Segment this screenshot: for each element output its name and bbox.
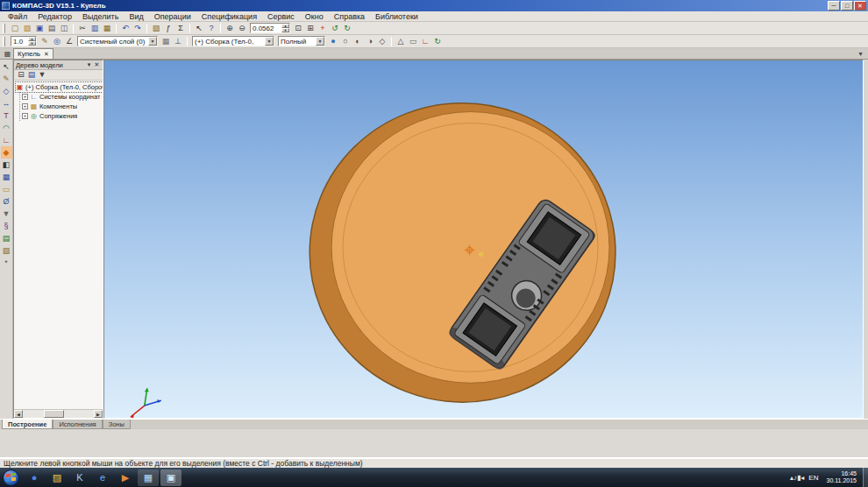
panel-close-icon[interactable]: ✕: [93, 61, 101, 68]
show-desktop-button[interactable]: [863, 468, 868, 487]
zoom-scale-spinner[interactable]: ▲▼: [281, 24, 289, 32]
strip-sheet-metal-icon[interactable]: ▭: [1, 183, 12, 195]
zoom-out-icon[interactable]: ⊖: [236, 23, 248, 34]
select-cursor-icon[interactable]: ↖: [193, 23, 205, 34]
language-indicator[interactable]: EN: [807, 474, 820, 482]
close-button[interactable]: ✕: [854, 1, 866, 11]
equation-icon[interactable]: Σ: [174, 23, 187, 34]
viewport-canvas[interactable]: X: [104, 60, 863, 418]
tree-item-components[interactable]: + ▦ Компоненты: [22, 102, 103, 111]
redo-icon[interactable]: ↷: [132, 23, 144, 34]
maximize-button[interactable]: □: [841, 1, 853, 11]
snap-icon[interactable]: ◎: [51, 36, 63, 47]
tree-item-coordinate-systems[interactable]: + ∟ Системы координат: [22, 92, 103, 102]
save-icon[interactable]: ▣: [33, 23, 46, 34]
menu-editor[interactable]: Редактор: [32, 11, 77, 22]
tree-horizontal-scrollbar[interactable]: ◀ ▶: [14, 409, 103, 418]
copy-icon[interactable]: ▥: [89, 23, 101, 34]
refresh-view-icon[interactable]: ↻: [341, 23, 353, 34]
strip-surfaces-icon[interactable]: ◠: [1, 122, 12, 134]
assembly-combo[interactable]: (+) Сборка (Тел-0, ▼: [192, 36, 274, 46]
panel-toggle-icon[interactable]: ▦: [2, 48, 13, 59]
zoom-in-icon[interactable]: ⊕: [224, 23, 236, 34]
zoom-all-icon[interactable]: ⊞: [304, 23, 317, 34]
taskbar-folder-icon[interactable]: ▨: [46, 469, 68, 486]
taskbar-media-icon[interactable]: ▶: [115, 469, 136, 486]
rebuild-icon[interactable]: ↻: [431, 36, 444, 47]
menu-operations[interactable]: Операции: [149, 11, 196, 22]
perspective-icon[interactable]: ◇: [376, 36, 388, 47]
taskbar-ie-icon[interactable]: e: [92, 469, 113, 486]
strip-select-icon[interactable]: ↖: [1, 60, 12, 73]
strip-boolean-icon[interactable]: ◧: [1, 159, 12, 171]
taskbar-browser-icon[interactable]: ●: [24, 469, 45, 486]
hidden-lines-icon[interactable]: ◐: [352, 36, 364, 47]
strip-library-icon[interactable]: ▧: [1, 244, 12, 257]
cut-icon[interactable]: ✂: [76, 23, 89, 34]
scale-combo[interactable]: 1.0 ▲▼: [11, 36, 37, 46]
strip-report-icon[interactable]: ▤: [1, 232, 12, 244]
tree-item-assembly-root[interactable]: ▣ (+) Сборка (Тел-0, Сборочн: [16, 82, 103, 92]
tab-list-icon[interactable]: ▾: [855, 48, 866, 59]
plane-icon[interactable]: ▭: [407, 36, 419, 47]
menu-select[interactable]: Выделить: [77, 11, 125, 22]
toolbar-grip[interactable]: [3, 24, 5, 33]
tab-zones[interactable]: Зоны: [103, 420, 131, 429]
document-tab-kupel[interactable]: Купель ✕: [13, 48, 53, 59]
strip-annotation-icon[interactable]: Т: [1, 109, 12, 122]
display-mode-combo[interactable]: Полный ▼: [278, 36, 325, 46]
strip-spec-icon[interactable]: §: [1, 220, 12, 232]
new-document-icon[interactable]: ▢: [9, 23, 21, 34]
tree-collapse-icon[interactable]: ⊟: [16, 70, 26, 80]
tab-versions[interactable]: Исполнения: [53, 420, 102, 429]
pan-icon[interactable]: +: [317, 23, 329, 34]
taskbar-doc-window-icon[interactable]: ▦: [138, 469, 159, 486]
paste-icon[interactable]: ▦: [101, 23, 113, 34]
menu-help[interactable]: Справка: [329, 11, 370, 22]
shaded-icon[interactable]: ●: [327, 36, 339, 47]
toolbar-grip[interactable]: [3, 37, 5, 46]
start-button[interactable]: [3, 469, 19, 486]
ortho-icon[interactable]: ⊥: [172, 36, 184, 47]
strip-axes-icon[interactable]: ∟: [1, 134, 12, 146]
menu-file[interactable]: Файл: [3, 11, 32, 22]
axes-toggle-icon[interactable]: ∟: [419, 36, 431, 47]
pin-icon[interactable]: ▾: [85, 61, 93, 68]
strip-array-icon[interactable]: ▦: [1, 171, 12, 183]
wireframe-icon[interactable]: ○: [339, 36, 352, 47]
tab-close-icon[interactable]: ✕: [44, 51, 49, 58]
scroll-left-icon[interactable]: ◀: [14, 410, 23, 418]
expander-icon[interactable]: +: [22, 94, 28, 100]
angle-snap-icon[interactable]: ∠: [63, 36, 75, 47]
scale-spinner[interactable]: ▲▼: [28, 37, 36, 46]
undo-icon[interactable]: ↶: [119, 23, 132, 34]
tree-options-icon[interactable]: ▼: [37, 70, 47, 80]
sketch-icon[interactable]: ✎: [39, 36, 51, 47]
print-preview-icon[interactable]: ◫: [58, 23, 70, 34]
strip-measure-icon[interactable]: Ø: [1, 195, 12, 208]
tree-structure-icon[interactable]: ▤: [26, 70, 37, 80]
zoom-area-icon[interactable]: ⊡: [292, 23, 304, 34]
tray-volume-icon[interactable]: ◂: [800, 474, 804, 482]
menu-libraries[interactable]: Библиотеки: [370, 11, 423, 22]
display-mode-arrow[interactable]: ▼: [316, 37, 324, 46]
spec-manager-icon[interactable]: ▧: [150, 23, 162, 34]
menu-view[interactable]: Вид: [124, 11, 148, 22]
expander-icon[interactable]: +: [22, 103, 28, 109]
strip-features-icon[interactable]: ◆: [1, 146, 12, 159]
taskbar-clock[interactable]: 16:45 30.11.2015: [822, 470, 860, 484]
3d-viewport[interactable]: X: [103, 60, 864, 419]
print-icon[interactable]: ▤: [46, 23, 58, 34]
open-icon[interactable]: ▨: [21, 23, 33, 34]
strip-sketch-icon[interactable]: ✎: [1, 73, 12, 85]
strip-settings-icon[interactable]: *: [1, 257, 12, 269]
orientation-icon[interactable]: △: [395, 36, 407, 47]
minimize-button[interactable]: ─: [828, 1, 840, 11]
tree-item-mates[interactable]: + ◎ Сопряжения: [22, 111, 103, 121]
scroll-right-icon[interactable]: ▶: [94, 410, 103, 418]
halftone-icon[interactable]: ◑: [364, 36, 376, 47]
grid-icon[interactable]: ▦: [160, 36, 172, 47]
menu-window[interactable]: Окно: [300, 11, 329, 22]
zoom-scale-combo[interactable]: 0.0562 ▲▼: [250, 23, 290, 33]
tab-construction[interactable]: Построение: [2, 420, 53, 429]
